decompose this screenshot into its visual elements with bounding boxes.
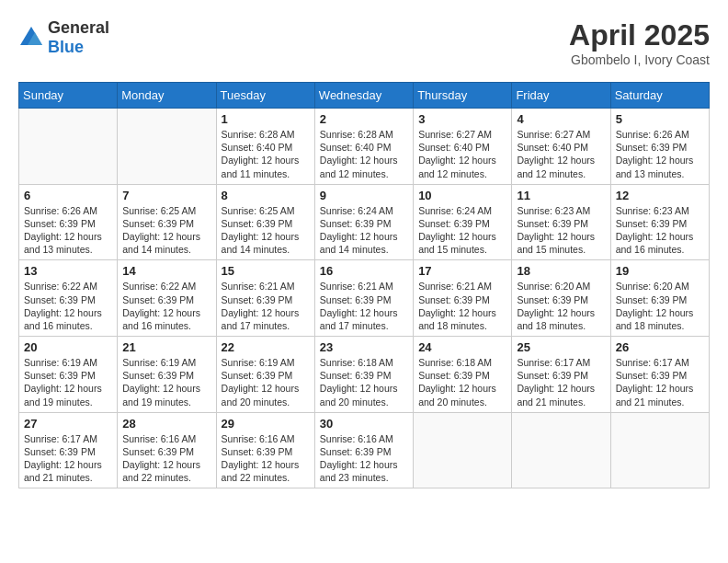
calendar-day-cell: 27Sunrise: 6:17 AM Sunset: 6:39 PM Dayli… bbox=[19, 412, 118, 488]
day-info: Sunrise: 6:16 AM Sunset: 6:39 PM Dayligh… bbox=[222, 432, 310, 485]
calendar-day-cell bbox=[512, 412, 610, 488]
day-info: Sunrise: 6:19 AM Sunset: 6:39 PM Dayligh… bbox=[222, 356, 310, 408]
calendar-day-cell: 3Sunrise: 6:27 AM Sunset: 6:40 PM Daylig… bbox=[414, 109, 512, 185]
day-number: 29 bbox=[222, 417, 310, 431]
day-number: 30 bbox=[320, 417, 408, 431]
day-number: 21 bbox=[122, 340, 210, 354]
day-number: 2 bbox=[320, 112, 408, 126]
calendar-day-cell bbox=[414, 412, 512, 488]
logo-icon bbox=[18, 25, 44, 51]
day-number: 25 bbox=[517, 340, 605, 354]
day-number: 12 bbox=[616, 189, 704, 202]
calendar-day-cell: 5Sunrise: 6:26 AM Sunset: 6:39 PM Daylig… bbox=[610, 109, 709, 185]
day-number: 27 bbox=[24, 417, 112, 431]
calendar-week-row: 20Sunrise: 6:19 AM Sunset: 6:39 PM Dayli… bbox=[19, 337, 710, 413]
day-info: Sunrise: 6:21 AM Sunset: 6:39 PM Dayligh… bbox=[418, 280, 506, 332]
calendar-day-cell: 10Sunrise: 6:24 AM Sunset: 6:39 PM Dayli… bbox=[414, 184, 512, 260]
calendar-day-cell: 12Sunrise: 6:23 AM Sunset: 6:39 PM Dayli… bbox=[610, 184, 709, 260]
day-of-week-header: Tuesday bbox=[216, 83, 314, 109]
day-number: 14 bbox=[122, 264, 210, 278]
day-info: Sunrise: 6:23 AM Sunset: 6:39 PM Dayligh… bbox=[616, 204, 704, 257]
day-number: 3 bbox=[418, 112, 506, 126]
day-number: 10 bbox=[418, 189, 506, 202]
calendar-day-cell: 14Sunrise: 6:22 AM Sunset: 6:39 PM Dayli… bbox=[118, 260, 216, 337]
day-number: 15 bbox=[222, 264, 310, 278]
day-info: Sunrise: 6:26 AM Sunset: 6:39 PM Dayligh… bbox=[616, 128, 704, 180]
day-info: Sunrise: 6:23 AM Sunset: 6:39 PM Dayligh… bbox=[517, 204, 605, 257]
day-number: 7 bbox=[122, 189, 210, 202]
calendar-day-cell bbox=[19, 109, 118, 185]
day-info: Sunrise: 6:28 AM Sunset: 6:40 PM Dayligh… bbox=[222, 128, 310, 180]
calendar-day-cell: 30Sunrise: 6:16 AM Sunset: 6:39 PM Dayli… bbox=[314, 412, 413, 488]
location-subtitle: Gbombelo I, Ivory Coast bbox=[569, 52, 710, 67]
calendar-day-cell: 26Sunrise: 6:17 AM Sunset: 6:39 PM Dayli… bbox=[610, 337, 709, 413]
day-info: Sunrise: 6:22 AM Sunset: 6:39 PM Dayligh… bbox=[24, 280, 112, 332]
calendar-day-cell: 24Sunrise: 6:18 AM Sunset: 6:39 PM Dayli… bbox=[414, 337, 512, 413]
calendar-day-cell: 2Sunrise: 6:28 AM Sunset: 6:40 PM Daylig… bbox=[314, 109, 413, 185]
day-of-week-header: Saturday bbox=[610, 83, 709, 109]
day-number: 16 bbox=[320, 264, 408, 278]
day-number: 13 bbox=[24, 264, 112, 278]
day-info: Sunrise: 6:25 AM Sunset: 6:39 PM Dayligh… bbox=[122, 204, 210, 257]
day-number: 19 bbox=[616, 264, 704, 278]
day-number: 6 bbox=[24, 189, 112, 202]
calendar-day-cell: 1Sunrise: 6:28 AM Sunset: 6:40 PM Daylig… bbox=[216, 109, 314, 185]
calendar-day-cell: 8Sunrise: 6:25 AM Sunset: 6:39 PM Daylig… bbox=[216, 184, 314, 260]
calendar-day-cell: 19Sunrise: 6:20 AM Sunset: 6:39 PM Dayli… bbox=[610, 260, 709, 337]
day-number: 23 bbox=[320, 340, 408, 354]
day-number: 9 bbox=[320, 189, 408, 202]
day-info: Sunrise: 6:28 AM Sunset: 6:40 PM Dayligh… bbox=[320, 128, 408, 180]
calendar-day-cell: 9Sunrise: 6:24 AM Sunset: 6:39 PM Daylig… bbox=[314, 184, 413, 260]
day-number: 17 bbox=[418, 264, 506, 278]
day-info: Sunrise: 6:19 AM Sunset: 6:39 PM Dayligh… bbox=[122, 356, 210, 408]
day-of-week-header: Sunday bbox=[19, 83, 118, 109]
calendar-day-cell: 7Sunrise: 6:25 AM Sunset: 6:39 PM Daylig… bbox=[118, 184, 216, 260]
day-info: Sunrise: 6:20 AM Sunset: 6:39 PM Dayligh… bbox=[616, 280, 704, 332]
calendar-day-cell bbox=[118, 109, 216, 185]
day-of-week-header: Friday bbox=[512, 83, 610, 109]
day-info: Sunrise: 6:26 AM Sunset: 6:39 PM Dayligh… bbox=[24, 204, 112, 257]
title-block: April 2025 Gbombelo I, Ivory Coast bbox=[569, 18, 710, 67]
day-info: Sunrise: 6:17 AM Sunset: 6:39 PM Dayligh… bbox=[24, 432, 112, 485]
calendar-day-cell bbox=[610, 412, 709, 488]
day-info: Sunrise: 6:20 AM Sunset: 6:39 PM Dayligh… bbox=[517, 280, 605, 332]
day-info: Sunrise: 6:21 AM Sunset: 6:39 PM Dayligh… bbox=[320, 280, 408, 332]
calendar-day-cell: 20Sunrise: 6:19 AM Sunset: 6:39 PM Dayli… bbox=[19, 337, 118, 413]
day-info: Sunrise: 6:16 AM Sunset: 6:39 PM Dayligh… bbox=[122, 432, 210, 485]
day-info: Sunrise: 6:24 AM Sunset: 6:39 PM Dayligh… bbox=[418, 204, 506, 257]
calendar-day-cell: 11Sunrise: 6:23 AM Sunset: 6:39 PM Dayli… bbox=[512, 184, 610, 260]
calendar-day-cell: 13Sunrise: 6:22 AM Sunset: 6:39 PM Dayli… bbox=[19, 260, 118, 337]
day-number: 26 bbox=[616, 340, 704, 354]
logo-general-text: General bbox=[48, 18, 109, 37]
calendar-day-cell: 17Sunrise: 6:21 AM Sunset: 6:39 PM Dayli… bbox=[414, 260, 512, 337]
day-number: 1 bbox=[222, 112, 310, 126]
day-info: Sunrise: 6:16 AM Sunset: 6:39 PM Dayligh… bbox=[320, 432, 408, 485]
calendar-week-row: 6Sunrise: 6:26 AM Sunset: 6:39 PM Daylig… bbox=[19, 184, 710, 260]
logo: General Blue bbox=[18, 18, 109, 57]
day-info: Sunrise: 6:27 AM Sunset: 6:40 PM Dayligh… bbox=[517, 128, 605, 180]
day-number: 18 bbox=[517, 264, 605, 278]
calendar-header-row: SundayMondayTuesdayWednesdayThursdayFrid… bbox=[19, 83, 710, 109]
day-number: 28 bbox=[122, 417, 210, 431]
day-info: Sunrise: 6:18 AM Sunset: 6:39 PM Dayligh… bbox=[320, 356, 408, 408]
calendar-week-row: 13Sunrise: 6:22 AM Sunset: 6:39 PM Dayli… bbox=[19, 260, 710, 337]
calendar-day-cell: 4Sunrise: 6:27 AM Sunset: 6:40 PM Daylig… bbox=[512, 109, 610, 185]
calendar-day-cell: 25Sunrise: 6:17 AM Sunset: 6:39 PM Dayli… bbox=[512, 337, 610, 413]
day-info: Sunrise: 6:17 AM Sunset: 6:39 PM Dayligh… bbox=[517, 356, 605, 408]
calendar-day-cell: 18Sunrise: 6:20 AM Sunset: 6:39 PM Dayli… bbox=[512, 260, 610, 337]
month-year-title: April 2025 bbox=[569, 18, 710, 52]
day-info: Sunrise: 6:21 AM Sunset: 6:39 PM Dayligh… bbox=[222, 280, 310, 332]
day-info: Sunrise: 6:22 AM Sunset: 6:39 PM Dayligh… bbox=[122, 280, 210, 332]
day-number: 8 bbox=[222, 189, 310, 202]
calendar-day-cell: 15Sunrise: 6:21 AM Sunset: 6:39 PM Dayli… bbox=[216, 260, 314, 337]
day-info: Sunrise: 6:25 AM Sunset: 6:39 PM Dayligh… bbox=[222, 204, 310, 257]
calendar-day-cell: 6Sunrise: 6:26 AM Sunset: 6:39 PM Daylig… bbox=[19, 184, 118, 260]
page-header: General Blue April 2025 Gbombelo I, Ivor… bbox=[18, 18, 710, 67]
day-number: 22 bbox=[222, 340, 310, 354]
day-of-week-header: Thursday bbox=[414, 83, 512, 109]
day-number: 24 bbox=[418, 340, 506, 354]
calendar-day-cell: 28Sunrise: 6:16 AM Sunset: 6:39 PM Dayli… bbox=[118, 412, 216, 488]
calendar-day-cell: 16Sunrise: 6:21 AM Sunset: 6:39 PM Dayli… bbox=[314, 260, 413, 337]
calendar-day-cell: 23Sunrise: 6:18 AM Sunset: 6:39 PM Dayli… bbox=[314, 337, 413, 413]
logo-blue-text: Blue bbox=[48, 38, 84, 56]
